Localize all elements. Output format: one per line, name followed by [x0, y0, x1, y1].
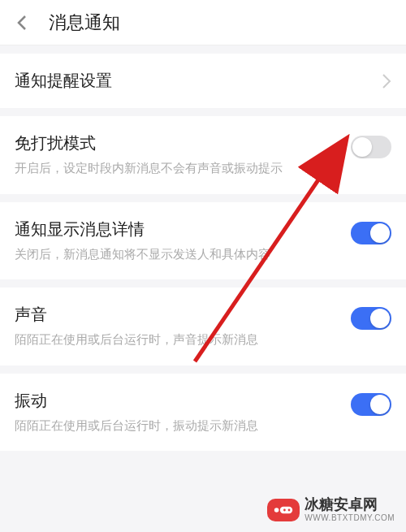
sound-desc: 陌陌正在使用或后台运行时，声音提示新消息	[15, 331, 391, 349]
vibrate-desc: 陌陌正在使用或后台运行时，振动提示新消息	[15, 417, 391, 435]
vibrate-label: 振动	[15, 390, 391, 412]
toggle-knob	[370, 309, 390, 328]
detail-row: 通知显示消息详情 关闭后，新消息通知将不显示发送人和具体内容	[0, 202, 406, 280]
watermark-title: 冰糖安卓网	[304, 497, 395, 513]
notify-settings-label: 通知提醒设置	[15, 70, 391, 92]
watermark-text-block: 冰糖安卓网 WWW.BTXTDMY.COM	[304, 497, 395, 522]
vibrate-row: 振动 陌陌正在使用或后台运行时，振动提示新消息	[0, 374, 406, 452]
chevron-right-icon	[382, 73, 391, 89]
svg-point-2	[274, 508, 279, 513]
svg-rect-3	[280, 506, 292, 513]
watermark: 冰糖安卓网 WWW.BTXTDMY.COM	[267, 497, 395, 522]
watermark-logo-icon	[267, 499, 300, 521]
sound-row: 声音 陌陌正在使用或后台运行时，声音提示新消息	[0, 288, 406, 365]
toggle-knob	[370, 223, 390, 243]
page-title: 消息通知	[49, 11, 120, 35]
dnd-toggle[interactable]	[351, 136, 391, 158]
vibrate-toggle[interactable]	[351, 393, 391, 416]
detail-desc: 关闭后，新消息通知将不显示发送人和具体内容	[15, 245, 391, 264]
svg-point-5	[288, 508, 291, 511]
svg-point-4	[283, 508, 286, 511]
watermark-url: WWW.BTXTDMY.COM	[304, 513, 395, 522]
detail-label: 通知显示消息详情	[15, 218, 391, 240]
sound-toggle[interactable]	[351, 307, 391, 330]
detail-toggle[interactable]	[351, 222, 391, 244]
dnd-row: 免打扰模式 开启后，设定时段内新消息不会有声音或振动提示	[0, 116, 406, 194]
header: 消息通知	[0, 0, 406, 45]
toggle-knob	[370, 395, 390, 414]
dnd-desc: 开启后，设定时段内新消息不会有声音或振动提示	[15, 159, 391, 178]
toggle-knob	[352, 137, 372, 157]
sound-label: 声音	[15, 304, 391, 326]
notify-settings-row[interactable]: 通知提醒设置	[0, 54, 406, 108]
back-icon[interactable]	[13, 13, 32, 32]
dnd-label: 免打扰模式	[15, 132, 391, 154]
